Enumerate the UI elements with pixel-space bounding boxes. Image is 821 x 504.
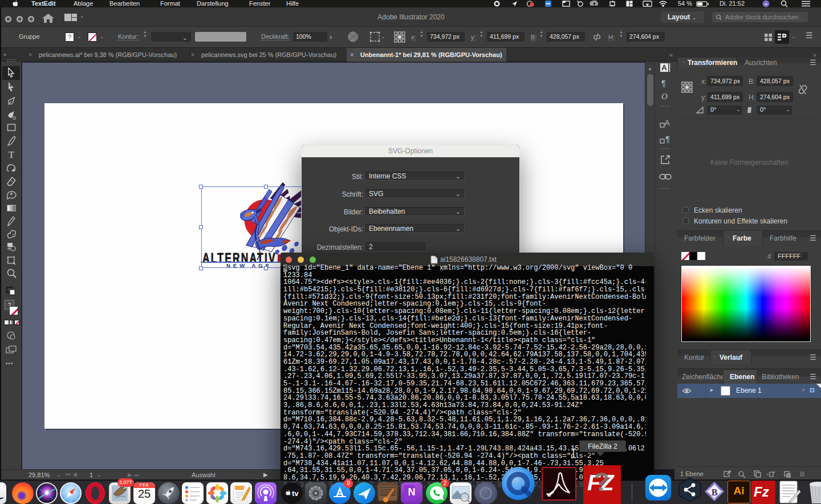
svg-text:A: A xyxy=(665,119,670,127)
svg-text:T: T xyxy=(9,149,15,160)
svg-text:B: B xyxy=(712,487,718,497)
svg-text:A: A xyxy=(661,63,667,72)
svg-text:¶: ¶ xyxy=(665,135,670,144)
